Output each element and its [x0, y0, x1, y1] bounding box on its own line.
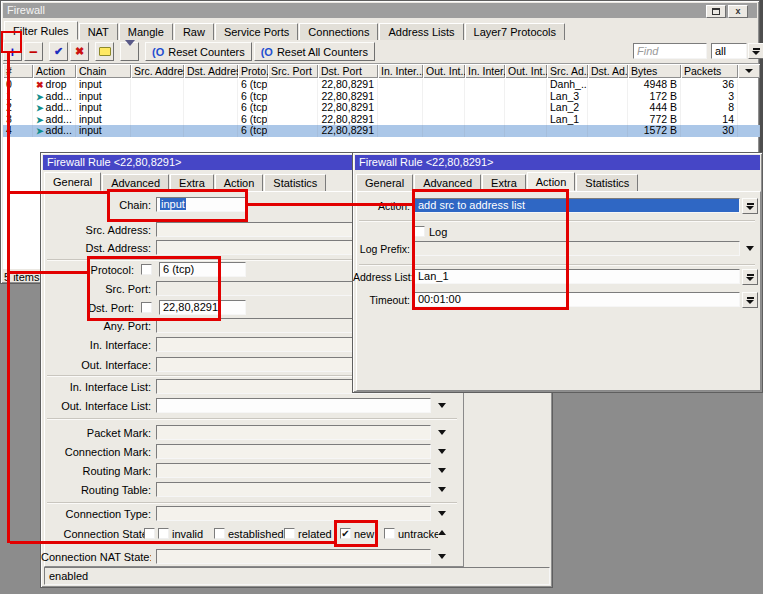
- tab-extra[interactable]: Extra: [170, 174, 214, 191]
- filter-dropdown[interactable]: all: [711, 43, 747, 59]
- enable-button[interactable]: ✔: [49, 42, 68, 61]
- chevron-down-icon[interactable]: [438, 449, 446, 454]
- tab-connections[interactable]: Connections: [299, 23, 378, 40]
- tab-action[interactable]: Action: [527, 172, 576, 191]
- connection-nat-state-input[interactable]: [156, 549, 431, 564]
- col-bytes[interactable]: Bytes: [628, 64, 681, 78]
- connection-state-label: Connection State:: [41, 528, 151, 540]
- chevron-down-icon: [745, 69, 753, 73]
- action-dropdown[interactable]: add src to address list: [414, 198, 740, 213]
- table-row[interactable]: 3 ➤add... input 6 (tcp) 22,80,8291 Lan_1…: [3, 114, 760, 126]
- col-in-interface[interactable]: In. Inter...: [378, 64, 423, 78]
- reset-all-counters-button[interactable]: (ΟReset All Counters: [254, 42, 375, 61]
- find-input[interactable]: [633, 43, 707, 59]
- tab-filter-rules[interactable]: Filter Rules: [4, 21, 78, 40]
- tab-general[interactable]: General: [356, 174, 413, 191]
- disable-button[interactable]: ✖: [70, 42, 89, 61]
- check-icon: ✔: [54, 45, 63, 58]
- timeout-input[interactable]: 00:01:00: [414, 292, 740, 307]
- col-src-address[interactable]: Src. Address: [131, 64, 184, 78]
- tab-statistics[interactable]: Statistics: [576, 174, 638, 191]
- table-row[interactable]: 0 ✖drop input 6 (tcp) 22,80,8291 Danh_..…: [3, 79, 760, 91]
- add-action-icon: ➤: [36, 104, 44, 113]
- routing-mark-input[interactable]: [156, 463, 431, 478]
- connection-nat-state-label: Connection NAT State:: [41, 551, 151, 563]
- toolbar: + − ✔ ✖ (ΟReset Counters (ΟReset All Cou…: [3, 41, 755, 62]
- protocol-not-checkbox[interactable]: [141, 264, 152, 275]
- chevron-down-icon[interactable]: [438, 468, 446, 473]
- col-out-interface[interactable]: Out. Int...: [423, 64, 465, 78]
- col-dst-address[interactable]: Dst. Address: [184, 64, 238, 78]
- tab-action[interactable]: Action: [215, 174, 264, 191]
- chevron-down-icon[interactable]: [438, 511, 446, 516]
- remove-button[interactable]: −: [24, 42, 43, 61]
- col-packets[interactable]: Packets: [681, 64, 738, 78]
- tab-service-ports[interactable]: Service Ports: [215, 23, 298, 40]
- column-select-button[interactable]: [738, 64, 760, 78]
- out-interface-list-input[interactable]: [156, 398, 431, 413]
- dst-port-label: Dst. Port:: [41, 302, 134, 314]
- chevron-down-icon[interactable]: [438, 430, 446, 435]
- col-action[interactable]: Action: [33, 64, 76, 78]
- tab-nat[interactable]: NAT: [79, 23, 118, 40]
- col-num[interactable]: #: [3, 64, 33, 78]
- dst-port-input[interactable]: 22,80,8291: [159, 300, 246, 315]
- maximize-button[interactable]: [706, 5, 726, 18]
- tab-general[interactable]: General: [44, 172, 101, 191]
- log-prefix-label: Log Prefix:: [353, 243, 410, 255]
- timeout-dropdown-button[interactable]: [742, 292, 758, 308]
- connection-mark-input[interactable]: [156, 444, 431, 459]
- col-dst-address-list[interactable]: Dst. Ad...: [588, 64, 628, 78]
- new-checkbox[interactable]: ✔: [340, 528, 351, 539]
- chevron-up-icon[interactable]: [438, 530, 446, 535]
- table-row[interactable]: 1 ➤add... input 6 (tcp) 22,80,8291 Lan_3…: [3, 91, 760, 103]
- chevron-down-icon[interactable]: [746, 246, 754, 251]
- log-checkbox[interactable]: [414, 226, 425, 237]
- chevron-down-icon[interactable]: [438, 554, 446, 559]
- add-button[interactable]: +: [3, 42, 22, 61]
- tab-statistics[interactable]: Statistics: [264, 174, 326, 191]
- invalid-checkbox[interactable]: [158, 528, 169, 539]
- table-header: # Action Chain Src. Address Dst. Address…: [3, 64, 738, 78]
- tab-address-lists[interactable]: Address Lists: [379, 23, 463, 40]
- reset-counters-button[interactable]: (ΟReset Counters: [145, 42, 252, 61]
- close-button[interactable]: x: [728, 5, 748, 18]
- related-label: related: [298, 528, 332, 540]
- address-list-input[interactable]: Lan_1: [414, 269, 740, 284]
- tab-advanced[interactable]: Advanced: [102, 174, 169, 191]
- packet-mark-input[interactable]: [156, 425, 431, 440]
- connection-type-input[interactable]: [156, 506, 431, 521]
- filter-dropdown-button[interactable]: [748, 43, 763, 59]
- dialog-titlebar[interactable]: Firewall Rule <22,80,8291>: [355, 155, 760, 170]
- col-src-address-list[interactable]: Src. Ad...: [547, 64, 588, 78]
- comment-button[interactable]: [95, 42, 114, 61]
- tab-extra[interactable]: Extra: [482, 174, 526, 191]
- col-out-interface-list[interactable]: Out. Int...: [505, 64, 547, 78]
- col-in-interface-list[interactable]: In. Inter...: [465, 64, 505, 78]
- table-row-selected[interactable]: 4 ➤add... input 6 (tcp) 22,80,8291 1572 …: [3, 125, 760, 137]
- protocol-input[interactable]: 6 (tcp): [159, 262, 246, 277]
- related-checkbox[interactable]: [284, 528, 295, 539]
- tab-raw[interactable]: Raw: [174, 23, 214, 40]
- connection-state-not-checkbox[interactable]: [144, 528, 155, 539]
- untracked-checkbox[interactable]: [384, 528, 395, 539]
- address-list-dropdown-button[interactable]: [742, 269, 758, 285]
- action-dropdown-button[interactable]: [742, 198, 758, 214]
- chevron-down-icon[interactable]: [438, 403, 446, 408]
- dst-port-not-checkbox[interactable]: [141, 302, 152, 313]
- established-checkbox[interactable]: [214, 528, 225, 539]
- window-titlebar[interactable]: Firewall x: [3, 3, 757, 18]
- chain-input[interactable]: input: [156, 197, 247, 212]
- col-chain[interactable]: Chain: [76, 64, 131, 78]
- chevron-down-icon[interactable]: [438, 487, 446, 492]
- add-action-icon: ➤: [36, 93, 44, 102]
- filter-button[interactable]: [120, 42, 139, 61]
- tab-layer7-protocols[interactable]: Layer7 Protocols: [465, 23, 566, 40]
- tab-advanced[interactable]: Advanced: [414, 174, 481, 191]
- table-row[interactable]: 2 ➤add... input 6 (tcp) 22,80,8291 Lan_2…: [3, 102, 760, 114]
- col-src-port[interactable]: Src. Port: [268, 64, 318, 78]
- routing-table-input[interactable]: [156, 482, 431, 497]
- tab-mangle[interactable]: Mangle: [119, 23, 173, 40]
- col-protocol[interactable]: Proto...: [238, 64, 268, 78]
- col-dst-port[interactable]: Dst. Port: [318, 64, 378, 78]
